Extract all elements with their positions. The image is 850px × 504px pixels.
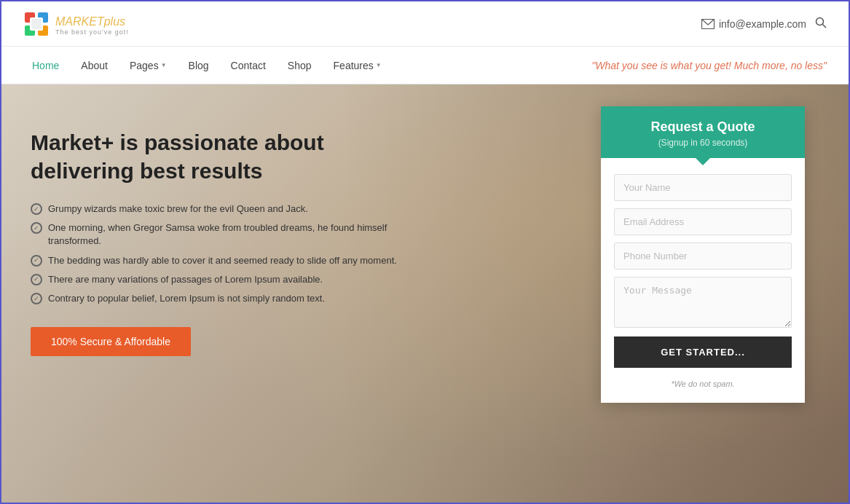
message-textarea[interactable] xyxy=(614,277,792,328)
chevron-down-icon-features: ▼ xyxy=(376,62,382,68)
check-circle-icon xyxy=(31,222,42,234)
chevron-down-icon: ▼ xyxy=(161,62,167,68)
quote-title: Request a Quote xyxy=(615,119,790,135)
nav-item-blog[interactable]: Blog xyxy=(180,55,218,76)
bullet-text: Contrary to popular belief, Lorem Ipsum … xyxy=(48,292,325,305)
logo: MARKETplus The best you've got! xyxy=(23,11,129,37)
nav-item-shop[interactable]: Shop xyxy=(279,55,320,76)
top-right-actions: info@example.com xyxy=(701,17,827,31)
logo-text: MARKETplus The best you've got! xyxy=(55,12,129,36)
quote-form-body: GET STARTED... *We do not spam. xyxy=(601,158,805,403)
list-item: Grumpy wizards make toxic brew for the e… xyxy=(31,202,424,216)
email-address: info@example.com xyxy=(719,18,806,30)
bullet-text: Grumpy wizards make toxic brew for the e… xyxy=(48,202,308,216)
svg-rect-5 xyxy=(31,19,42,29)
nav-label-features: Features xyxy=(334,60,374,71)
quote-header: Request a Quote (Signup in 60 seconds) xyxy=(601,106,805,158)
search-icon[interactable] xyxy=(815,17,827,31)
nav-tagline: "What you see is what you get! Much more… xyxy=(591,60,827,71)
hero-cta-button[interactable]: 100% Secure & Affordable xyxy=(31,327,191,356)
nav-bar: Home About Pages ▼ Blog Contact Shop Fea… xyxy=(1,47,849,84)
list-item: Contrary to popular belief, Lorem Ipsum … xyxy=(31,292,424,305)
logo-script: plus xyxy=(104,15,125,28)
svg-line-8 xyxy=(823,24,827,28)
nav-item-features[interactable]: Features ▼ xyxy=(325,55,390,76)
nav-label-home: Home xyxy=(32,60,59,71)
check-circle-icon xyxy=(31,203,42,215)
nav-links: Home About Pages ▼ Blog Contact Shop Fea… xyxy=(23,55,390,76)
bullet-text: There are many variations of passages of… xyxy=(48,273,323,286)
bullet-text: The bedding was hardly able to cover it … xyxy=(48,254,397,267)
nav-label-contact: Contact xyxy=(231,60,266,71)
svg-point-7 xyxy=(816,17,824,25)
quote-form-card: Request a Quote (Signup in 60 seconds) G… xyxy=(601,106,805,403)
envelope-icon xyxy=(701,19,715,29)
check-circle-icon xyxy=(31,274,42,286)
list-item: One morning, when Gregor Samsa woke from… xyxy=(31,221,424,248)
nav-item-pages[interactable]: Pages ▼ xyxy=(121,55,176,76)
list-item: The bedding was hardly able to cover it … xyxy=(31,254,424,267)
email-contact: info@example.com xyxy=(701,18,806,30)
hero-content: Market+ is passionate about delivering b… xyxy=(1,84,453,385)
logo-icon xyxy=(23,11,50,37)
nav-label-pages: Pages xyxy=(130,60,159,71)
nav-label-blog: Blog xyxy=(189,60,209,71)
logo-tagline: The best you've got! xyxy=(55,28,129,36)
nav-item-home[interactable]: Home xyxy=(23,55,68,76)
nav-label-shop: Shop xyxy=(288,60,312,71)
email-input[interactable] xyxy=(614,208,792,235)
check-circle-icon xyxy=(31,255,42,267)
submit-button[interactable]: GET STARTED... xyxy=(614,336,792,368)
name-input[interactable] xyxy=(614,174,792,201)
logo-brand-name: MARKET xyxy=(55,15,104,28)
spam-note: *We do not spam. xyxy=(614,379,792,391)
nav-label-about: About xyxy=(81,60,108,71)
bullet-text: One morning, when Gregor Samsa woke from… xyxy=(48,221,424,248)
top-bar: MARKETplus The best you've got! info@exa… xyxy=(1,1,849,47)
check-circle-icon xyxy=(31,293,42,304)
phone-input[interactable] xyxy=(614,243,792,269)
hero-bullet-list: Grumpy wizards make toxic brew for the e… xyxy=(31,202,424,305)
quote-subtitle: (Signup in 60 seconds) xyxy=(615,138,790,148)
logo-brand: MARKETplus xyxy=(55,12,129,28)
nav-item-about[interactable]: About xyxy=(72,55,117,76)
nav-item-contact[interactable]: Contact xyxy=(222,55,275,76)
hero-title: Market+ is passionate about delivering b… xyxy=(31,128,424,185)
list-item: There are many variations of passages of… xyxy=(31,273,424,286)
quote-arrow-decoration xyxy=(696,158,710,165)
hero-section: Market+ is passionate about delivering b… xyxy=(1,84,849,504)
